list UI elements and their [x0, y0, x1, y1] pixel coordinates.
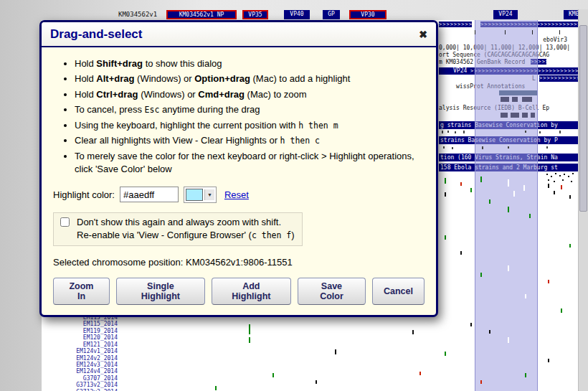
drag-select-highlight-band	[475, 20, 538, 391]
assembly-label: eboVir3	[543, 37, 567, 43]
feature-tick	[529, 214, 531, 218]
iedb-track-title: alysis Resource (IEDB) B-Cell Ep	[439, 105, 549, 111]
instruction-item: To cancel, press Esc anytime during the …	[75, 103, 425, 116]
swissprot-annotation-block	[522, 97, 532, 102]
feature-tick	[470, 323, 472, 326]
feature-tick	[480, 273, 482, 277]
instructions-list: Hold Shift+drag to show this dialogHold …	[53, 57, 425, 176]
track-label[interactable]: EM124v2_2014	[42, 355, 118, 362]
genbank-track-title: m KM034562 GenBank Record	[439, 59, 525, 65]
feature-tick	[508, 337, 509, 343]
dont-show-line2: Re-enable via 'View - Configure Browser'…	[77, 229, 295, 242]
track-label[interactable]: EM121_2014	[42, 341, 118, 348]
feature-tick	[452, 147, 453, 149]
gene-box-vp40[interactable]: VP40	[284, 10, 310, 19]
save-color-button[interactable]: Save Color	[298, 278, 366, 305]
scrollbar[interactable]	[578, 9, 588, 391]
feature-tick	[508, 179, 509, 187]
dialog-titlebar[interactable]: Drag-and-select ✖	[42, 22, 436, 47]
feature-tick	[460, 251, 462, 255]
feature-tick	[445, 235, 446, 240]
gene-box-km034[interactable]: KM034	[564, 10, 579, 19]
gene-box-gp[interactable]: GP	[323, 10, 340, 19]
feature-tick	[460, 182, 462, 186]
chevron-down-icon[interactable]: ▼	[204, 189, 214, 200]
feature-tick	[508, 146, 509, 149]
swissprot-annotation-block	[501, 97, 509, 102]
feature-tick	[569, 195, 571, 199]
scrollbar-thumb[interactable]	[579, 25, 587, 212]
track-label[interactable]: EM115_2014	[42, 321, 118, 327]
feature-tick	[548, 179, 549, 181]
feature-tick	[445, 352, 446, 356]
gene-bar-segment: >>>>>>>>>>>>>>>>>>>>>>>>>>>>>>>>>>>>>>>>	[539, 75, 579, 82]
instruction-item: Using the keyboard, highlight the curren…	[75, 119, 425, 132]
zoom-in-button[interactable]: Zoom In	[53, 278, 110, 305]
track-label[interactable]: EM124v4_2014	[42, 368, 118, 374]
gene-box-vp30[interactable]: VP30	[349, 10, 387, 19]
track-label[interactable]: G3707_2014	[42, 375, 118, 382]
cancel-button[interactable]: Cancel	[372, 278, 425, 305]
iedb-epitope-block	[522, 113, 528, 118]
feature-tick	[508, 265, 509, 271]
feature-tick	[568, 176, 569, 177]
feature-tick	[523, 185, 525, 191]
instruction-item: Hold Ctrl+drag (Windows) or Cmd+drag (Ma…	[75, 88, 425, 101]
gene-chevrons: >>>>>>>>>>>>>>>>>>>>>>>>>>>>>>>>>>>>>>>>	[470, 68, 579, 74]
feature-tick	[532, 30, 533, 34]
close-icon[interactable]: ✖	[419, 29, 427, 39]
feature-tick	[569, 244, 571, 248]
iedb-epitope-block	[501, 113, 508, 118]
track-label[interactable]: G3713v2_2014	[42, 382, 118, 388]
feature-tick	[249, 337, 250, 343]
track-label[interactable]: EM120_2014	[42, 334, 118, 341]
feature-tick	[559, 175, 561, 176]
instruction-item: Hold Shift+drag to show this dialog	[75, 57, 425, 70]
feature-tick	[525, 373, 526, 377]
feature-tick	[508, 207, 509, 212]
dont-show-checkbox[interactable]	[60, 217, 70, 227]
feature-tick	[548, 184, 549, 188]
feature-tick	[442, 131, 443, 133]
single-highlight-button[interactable]: Single Highlight	[116, 278, 205, 305]
feature-tick	[525, 294, 526, 298]
multiz-track-title: tion (160 Virus Strains, Strain Na	[439, 154, 579, 161]
feature-tick	[546, 146, 548, 149]
track-label[interactable]: EM119_2014	[42, 328, 118, 334]
instruction-item: To merely save the color for the next ke…	[75, 150, 425, 176]
gene-box-vp24[interactable]: VP24	[493, 10, 518, 19]
gene-box-np[interactable]: KM034562v1 NP	[166, 10, 237, 19]
strains-track-title: 158 Ebola strains and 2 Marburg st	[439, 164, 579, 171]
highlight-color-row: Highlight color: ▼ Reset	[53, 187, 425, 203]
track-label[interactable]: EM124v3_2014	[42, 362, 118, 368]
track-label[interactable]: EM124v1_2014	[42, 348, 118, 354]
dialog-content: Hold Shift+drag to show this dialogHold …	[42, 47, 436, 315]
conservation-track-title-1: g strains Basewise Conservation by	[439, 121, 579, 129]
feature-tick	[480, 380, 482, 384]
iedb-epitope-block	[531, 113, 535, 118]
feature-tick	[572, 173, 574, 174]
short-sequence-track-title: ort Sequence (CAGCAGCAGCAGCAGCAG	[439, 52, 549, 58]
iedb-epitope-block	[511, 113, 519, 118]
feature-tick	[445, 192, 446, 197]
feature-tick	[539, 131, 541, 133]
conservation-track-title-2: strains Basewise Conservation by P	[439, 136, 579, 144]
add-highlight-button[interactable]: Add Highlight	[212, 278, 291, 305]
feature-tick	[555, 173, 556, 174]
highlight-color-input[interactable]	[120, 187, 179, 202]
feature-tick	[316, 380, 317, 384]
reset-link[interactable]: Reset	[224, 189, 249, 200]
feature-tick	[215, 386, 217, 390]
highlight-color-picker[interactable]: ▼	[184, 187, 217, 203]
feature-tick	[513, 191, 515, 197]
instruction-item: Hold Alt+drag (Windows) or Option+drag (…	[75, 72, 425, 85]
color-swatch	[186, 189, 203, 201]
dont-show-label: Don't show this again and always zoom wi…	[77, 216, 295, 242]
feature-tick	[559, 131, 561, 133]
feature-tick	[489, 330, 490, 334]
feature-tick	[561, 308, 562, 313]
feature-tick	[525, 131, 526, 133]
drag-select-dialog: Drag-and-select ✖ Hold Shift+drag to sho…	[39, 20, 438, 317]
gene-box-vp35[interactable]: VP35	[242, 10, 268, 19]
feature-tick	[562, 179, 564, 181]
